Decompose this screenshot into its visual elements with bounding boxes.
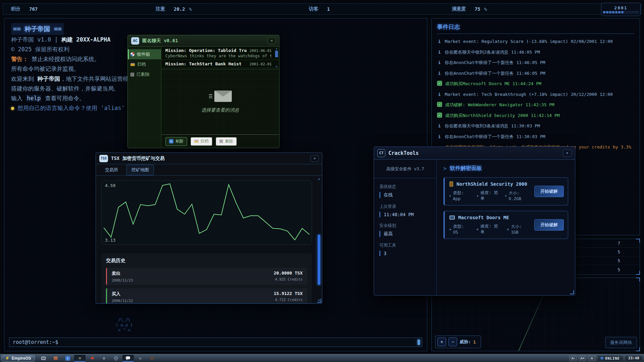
refresh-button[interactable]: ↻ 刷新 [165, 137, 187, 146]
status-text: ONLINE [605, 356, 620, 360]
message-item[interactable]: Mission: Operation: Tabloid Tru… 2001-06… [161, 47, 279, 60]
stat-visitors: 访客 1 [309, 4, 330, 14]
server-network-button[interactable]: 服务器网络 [605, 337, 637, 348]
font-reset-button[interactable]: A [588, 355, 596, 361]
start-crack-button[interactable]: 开始破解 [534, 186, 564, 197]
resize-handle[interactable] [317, 299, 321, 303]
message-list-scrollbar[interactable]: ▲ ▼ [275, 47, 278, 68]
folder-label: 收件箱 [137, 51, 150, 57]
info-icon: i [437, 134, 442, 140]
help-post: 查看可用命令。 [42, 95, 85, 102]
threat-widget: + − 威胁: 1 [435, 336, 481, 348]
start-button[interactable]: ⚡ EmpireOS [1, 355, 35, 362]
transaction-amount: 20.0000 TSX [274, 270, 303, 276]
transaction-credits: 4.713 Credits [274, 298, 303, 302]
folder-inbox[interactable]: 收件箱 [128, 49, 161, 59]
resize-handle[interactable] [570, 290, 574, 294]
taskbar-chat-button[interactable] [122, 355, 134, 362]
bracket-corner [636, 239, 640, 243]
log-entry: i你在AnonChat中获得了一个新任务 11:46:05 PM [437, 60, 634, 66]
zoom-out-button[interactable]: − [448, 338, 457, 346]
cracktools-app-icon: CT [377, 149, 385, 157]
scrollbar-thumb[interactable] [318, 235, 320, 285]
stat-value: 1 [327, 6, 330, 12]
scrollbar-thumb[interactable] [275, 51, 278, 57]
close-icon[interactable]: × [563, 149, 572, 157]
folder-archive[interactable]: 归档 [128, 59, 161, 69]
stat-value: 75 [475, 6, 480, 12]
taskbar-marketing-button[interactable] [86, 355, 98, 362]
stat-label: 满意度 [452, 6, 466, 12]
archive-button[interactable]: 归档 [191, 137, 212, 146]
info-icon: i [437, 49, 442, 55]
button-label: 刷新 [175, 138, 183, 144]
scroll-up-icon[interactable]: ▲ [317, 177, 321, 180]
terminal-banner: == 种子帝国 == [11, 23, 64, 35]
taskbar-market-button[interactable] [38, 355, 49, 362]
welcome-pre: 欢迎来到 [11, 75, 37, 82]
top-status-bar: 积分 767 注意 20.2 % 访客 1 满意度 75 % [3, 3, 641, 15]
cat-ascii-art: /\_/\ ( o.o ) > ^ < [116, 317, 133, 333]
suite-version: 高级安全套件 v3.7 [374, 166, 436, 178]
tab-exchange[interactable]: 交易所 [100, 165, 123, 175]
cracktools-titlebar[interactable]: CT CrackTools × [374, 147, 575, 160]
empty-state-text: 选择要查看的消息 [202, 107, 239, 113]
pickaxe-icon: ⚒ [139, 356, 141, 361]
scroll-down-icon[interactable]: ▼ [276, 66, 277, 68]
field-value: 最高 [379, 231, 431, 237]
terminal-input[interactable]: root@torrent:~$ [9, 338, 422, 347]
font-increase-button[interactable]: A+ [579, 355, 586, 361]
taskbar-build-button[interactable]: ⚒ [74, 355, 86, 362]
cracktools-window: CT CrackTools × 高级安全套件 v3.7 系统状态 在线 上次登录… [374, 146, 575, 296]
success-check-icon: ✓ [437, 113, 442, 118]
anonchat-folder-list: 收件箱 归档 已删除 [128, 47, 161, 148]
close-icon[interactable]: × [311, 155, 319, 162]
envelope-icon [214, 90, 232, 102]
message-item[interactable]: Mission: TechStart Bank Heist 2001-02-01 [161, 60, 279, 68]
taskbar-law-button[interactable] [147, 355, 158, 362]
trash-icon [130, 73, 134, 76]
os-computer-icon [449, 216, 455, 220]
year-segment [612, 11, 614, 13]
transaction-history: 交易历史 卖出 2000/11/23 20.0000 TSX 4.925 Cre… [101, 253, 312, 303]
target-name: Macrosoft Doors ME [458, 215, 509, 220]
taskbar-network-button[interactable] [110, 355, 122, 362]
year-segment [615, 11, 618, 13]
taskbar-upload-button[interactable]: ↑ [62, 355, 73, 362]
log-text: 成功购买Macrosoft Doors ME 11:44:24 PM [445, 81, 541, 87]
taskbar-inventory-button[interactable] [50, 355, 61, 362]
price-chart: 4.59 3.13 [101, 180, 312, 245]
field-label: 可用工具 [379, 243, 431, 248]
help-pre: 输入 [11, 95, 26, 102]
taskbar-settings-button[interactable]: ⚙ [98, 355, 110, 362]
anonchat-title: 匿名聊天 v0.61 [142, 38, 178, 44]
start-crack-button[interactable]: 开始破解 [534, 219, 564, 231]
font-decrease-button[interactable]: A- [569, 355, 577, 361]
button-label: 删除 [225, 138, 233, 144]
anonchat-titlebar[interactable]: AC 匿名聊天 v0.61 × [128, 35, 279, 47]
log-entry: i你在匿名聊天中收到3条未读消息 11:30:03 PM [437, 123, 634, 129]
crack-panel: > 软件解密面板 NorthShield Security 2000 类型: A… [437, 160, 575, 295]
log-text: 成功购买NorthShield Security 2000 11:42:14 P… [445, 113, 560, 119]
globe-icon [114, 356, 118, 360]
close-icon[interactable]: × [268, 38, 276, 44]
tsx-titlebar[interactable]: TSX TSX 加密货币挖矿与交易 × [96, 153, 322, 164]
target-size: 大小: 1GB [507, 224, 531, 235]
copyright-text: © 2025 保留所有权利 [11, 46, 69, 53]
taskbar-mining-button[interactable]: ⚒ [135, 355, 146, 362]
scroll-up-icon[interactable]: ▲ [276, 47, 277, 50]
clock: 23:48 [625, 355, 643, 361]
zoom-in-button[interactable]: + [437, 338, 446, 346]
build-line: 搭建你的服务器、破解软件，并躲避当局。 [11, 85, 119, 92]
tsx-scrollbar[interactable]: ▲ ▼ [317, 177, 321, 302]
target-size: 大小: 0.2GB [505, 190, 531, 201]
panel-title: 软件解密面板 [450, 165, 482, 172]
field-value: 在线 [379, 192, 431, 198]
folder-deleted[interactable]: 已删除 [128, 69, 161, 79]
year-widget: 2001 [601, 3, 641, 16]
log-text: 你在匿名聊天中收到3条未读消息 11:30:03 PM [445, 123, 540, 129]
transaction-type: 买入 [112, 291, 133, 297]
delete-button[interactable]: 删除 [216, 137, 237, 146]
log-text: 你在AnonChat中获得了一个新任务 11:46:05 PM [445, 70, 545, 76]
tab-mining-map[interactable]: 挖矿地图 [126, 165, 154, 175]
